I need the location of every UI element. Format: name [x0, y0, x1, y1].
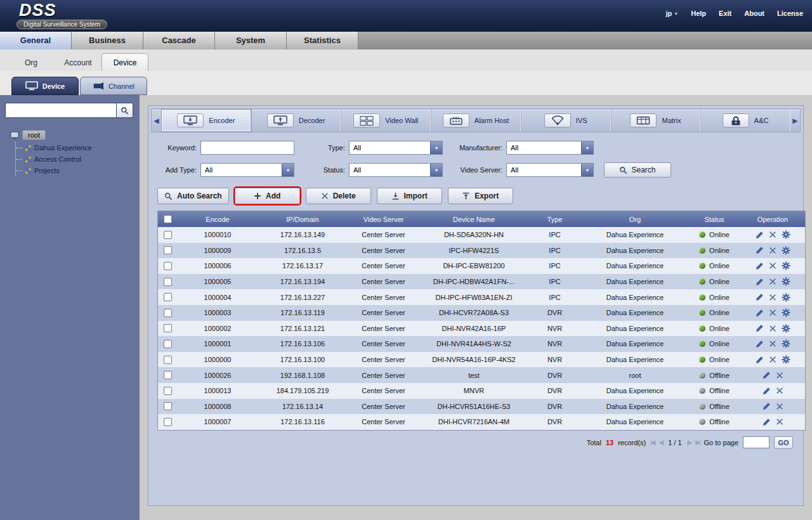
row-checkbox[interactable] [164, 262, 172, 270]
delete-icon[interactable] [769, 231, 776, 238]
edit-icon[interactable] [756, 356, 764, 364]
tree-node-dahua-experience[interactable]: Dahua Experience [16, 142, 136, 153]
row-checkbox[interactable] [164, 340, 172, 348]
prev-page-icon[interactable]: ◀ [658, 439, 662, 446]
config-icon[interactable] [782, 324, 790, 333]
row-checkbox[interactable] [164, 387, 172, 395]
goto-page-input[interactable] [743, 436, 769, 448]
go-button[interactable]: GO [774, 436, 793, 449]
config-icon[interactable] [782, 293, 790, 302]
tab-cascade[interactable]: Cascade [143, 32, 215, 49]
config-icon[interactable] [782, 355, 790, 364]
auto-search-button[interactable]: Auto Search [157, 188, 229, 204]
config-icon[interactable] [782, 308, 790, 317]
row-checkbox[interactable] [164, 371, 172, 379]
device-tab-matrix[interactable]: Matrix [611, 109, 701, 132]
next-page-icon[interactable]: ▶ [688, 439, 691, 446]
device-tab-alarm-host[interactable]: Alarm Host [431, 109, 521, 132]
device-tab-encoder[interactable]: Encoder [161, 109, 251, 132]
config-icon[interactable] [782, 277, 790, 286]
row-checkbox[interactable] [164, 293, 172, 301]
delete-icon[interactable] [776, 372, 783, 379]
delete-icon[interactable] [769, 340, 776, 348]
row-checkbox-cell [158, 293, 177, 301]
scroll-left-icon[interactable]: ◀ [152, 109, 161, 132]
edit-icon[interactable] [763, 371, 771, 379]
top-link-exit[interactable]: Exit [719, 10, 731, 17]
delete-icon[interactable] [776, 418, 783, 426]
add-button[interactable]: Add [235, 188, 300, 204]
device-tab-ivs[interactable]: IVS [521, 109, 611, 132]
keyword-input[interactable] [200, 141, 294, 155]
search-button[interactable]: Search [604, 162, 671, 178]
row-checkbox[interactable] [164, 246, 172, 254]
delete-icon[interactable] [776, 403, 783, 410]
edit-icon[interactable] [756, 340, 764, 348]
row-checkbox[interactable] [164, 324, 172, 332]
delete-icon[interactable] [769, 247, 776, 254]
type-select[interactable]: All ▼ [349, 141, 443, 155]
tree-node-root[interactable]: root [10, 130, 136, 140]
subtab-account[interactable]: Account [55, 54, 102, 71]
delete-icon[interactable] [776, 387, 783, 394]
row-checkbox[interactable] [164, 278, 172, 286]
device-tab-a-c[interactable]: A&C [700, 109, 790, 132]
delete-icon[interactable] [769, 294, 776, 301]
edit-icon[interactable] [756, 324, 764, 332]
top-link-about[interactable]: About [744, 10, 764, 17]
config-icon[interactable] [782, 230, 790, 239]
edit-icon[interactable] [756, 278, 764, 286]
scroll-right-icon[interactable]: ▶ [790, 109, 800, 132]
device-tab-decoder[interactable]: Decoder [251, 109, 341, 132]
tab-system[interactable]: System [215, 32, 287, 49]
row-checkbox[interactable] [164, 402, 172, 410]
tab-statistics[interactable]: Statistics [287, 32, 358, 49]
tree-search-button[interactable] [116, 103, 133, 118]
edit-icon[interactable] [763, 387, 771, 395]
edit-icon[interactable] [763, 402, 771, 410]
config-icon[interactable] [782, 246, 790, 255]
edit-icon[interactable] [763, 418, 771, 426]
manufacturer-select[interactable]: All ▼ [506, 141, 594, 155]
row-checkbox[interactable] [164, 356, 172, 364]
top-link-help[interactable]: Help [691, 10, 706, 17]
delete-icon[interactable] [769, 325, 776, 332]
toggle-channel[interactable]: Channel [80, 77, 147, 95]
delete-icon[interactable] [769, 356, 776, 363]
delete-icon[interactable] [769, 262, 776, 270]
add-type-select[interactable]: All ▼ [200, 163, 294, 177]
export-button[interactable]: Export [448, 188, 513, 204]
first-page-icon[interactable]: |◀ [650, 439, 654, 446]
video-server-select[interactable]: All ▼ [506, 163, 594, 177]
last-page-icon[interactable]: ▶| [695, 439, 699, 446]
row-checkbox[interactable] [164, 418, 172, 426]
edit-icon[interactable] [756, 293, 764, 301]
subtab-device[interactable]: Device [102, 53, 148, 71]
tab-general[interactable]: General [0, 32, 72, 49]
edit-icon[interactable] [756, 262, 764, 270]
status-select[interactable]: All ▼ [349, 163, 443, 177]
select-all-checkbox[interactable] [164, 215, 172, 223]
row-checkbox-cell [158, 231, 177, 239]
toggle-device[interactable]: Device [11, 77, 79, 95]
edit-icon[interactable] [756, 231, 764, 239]
row-checkbox[interactable] [164, 309, 172, 317]
status-offline-icon [699, 403, 705, 410]
tree-node-projects[interactable]: Projects [16, 165, 136, 176]
import-button[interactable]: Import [377, 188, 442, 204]
edit-icon[interactable] [756, 309, 764, 317]
config-icon[interactable] [782, 261, 790, 270]
edit-icon[interactable] [756, 246, 764, 254]
config-icon[interactable] [782, 339, 790, 348]
tab-business[interactable]: Business [72, 32, 143, 49]
delete-icon[interactable] [769, 278, 776, 285]
top-link-license[interactable]: License [777, 10, 803, 17]
subtab-org[interactable]: Org [8, 54, 55, 71]
delete-icon[interactable] [769, 309, 776, 316]
device-tab-video-wall[interactable]: Video Wall [341, 109, 431, 132]
delete-button[interactable]: Delete [306, 188, 371, 204]
tree-search-input[interactable] [5, 103, 116, 118]
top-link-jp[interactable]: jp▼ [666, 10, 679, 17]
tree-node-access-control[interactable]: Access Control [16, 153, 136, 165]
row-checkbox[interactable] [164, 231, 172, 239]
